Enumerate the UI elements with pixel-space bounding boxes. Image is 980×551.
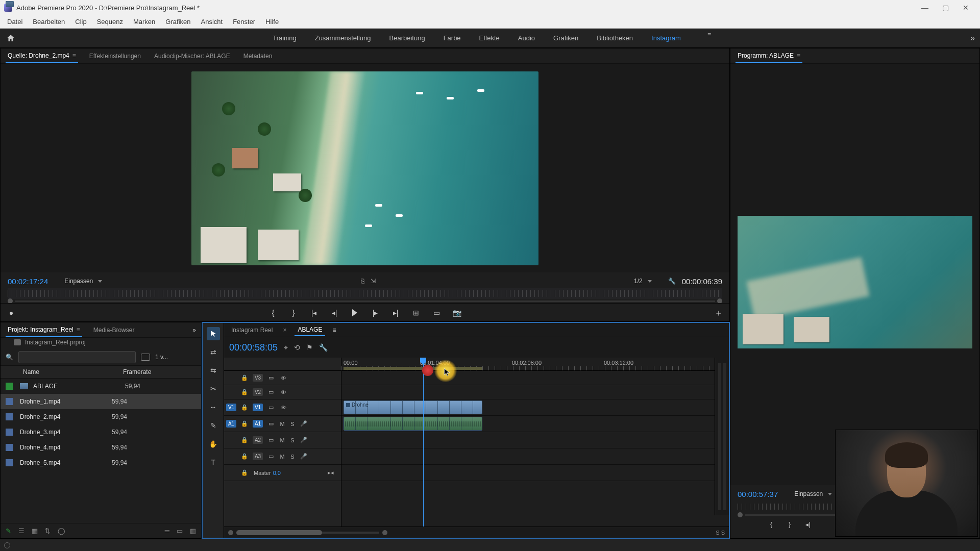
timeline-timecode[interactable]: 00:00:58:05 bbox=[229, 342, 278, 353]
sync-icon[interactable]: ▭ bbox=[265, 448, 277, 464]
source-monitor[interactable] bbox=[1, 64, 729, 272]
track-head-v2[interactable]: 🔒 V2 ▭ 👁 bbox=[224, 385, 341, 399]
tab-source[interactable]: Quelle: Drohne_2.mp4 ≡ bbox=[6, 49, 78, 63]
new-item-icon[interactable]: ▭ bbox=[177, 527, 183, 535]
prog-play-button[interactable] bbox=[821, 519, 831, 530]
track-head-a1[interactable]: A1 🔒 A1 ▭ M S 🎤 bbox=[224, 416, 341, 432]
workspace-bibliotheken[interactable]: Bibliotheken bbox=[595, 31, 635, 45]
source-settings-icon[interactable]: 🔧 bbox=[668, 278, 676, 285]
timeline-tab-menu-icon[interactable]: ≡ bbox=[332, 327, 336, 334]
col-name[interactable]: Name bbox=[1, 368, 123, 375]
insert-overwrite-icon[interactable]: ⎘ bbox=[361, 278, 364, 285]
workspace-zusammenstellung[interactable]: Zusammenstellung bbox=[313, 31, 373, 45]
tab-program[interactable]: Programm: ABLAGE ≡ bbox=[736, 49, 802, 63]
menu-sequenz[interactable]: Sequenz bbox=[92, 16, 128, 28]
minimize-button[interactable]: — bbox=[915, 0, 935, 15]
source-ruler[interactable] bbox=[8, 290, 722, 297]
source-scale-select[interactable]: 1/2 bbox=[634, 278, 652, 285]
col-framerate[interactable]: Framerate bbox=[123, 368, 201, 375]
prog-mark-in-button[interactable]: { bbox=[766, 519, 776, 530]
add-marker-button[interactable]: ● bbox=[6, 307, 17, 318]
project-expand-button[interactable]: » bbox=[192, 327, 196, 334]
project-item[interactable]: Drohne_2.mp4 59,94 bbox=[1, 409, 201, 424]
timeline-tab-reel[interactable]: Instagram Reel bbox=[228, 324, 276, 336]
workspace-menu-icon[interactable]: ≡ bbox=[707, 31, 711, 45]
clear-icon[interactable]: ▥ bbox=[190, 527, 196, 535]
new-bin-icon[interactable] bbox=[141, 354, 150, 361]
program-monitor[interactable] bbox=[730, 64, 979, 485]
lane-v3[interactable] bbox=[341, 371, 729, 385]
lock-icon[interactable]: 🔒 bbox=[238, 399, 251, 415]
lock-icon[interactable]: 🔒 bbox=[238, 416, 251, 432]
selection-tool[interactable] bbox=[207, 327, 220, 340]
playhead[interactable] bbox=[423, 358, 424, 527]
linked-sel-icon[interactable]: ⟲ bbox=[294, 343, 300, 352]
source-a1[interactable]: A1 bbox=[226, 420, 236, 428]
lane-a1[interactable] bbox=[341, 416, 729, 432]
tab-effect-settings[interactable]: Effekteinstellungen bbox=[87, 49, 143, 63]
close-button[interactable]: ✕ bbox=[955, 0, 976, 15]
workspace-farbe[interactable]: Farbe bbox=[442, 31, 463, 45]
clip-audio[interactable] bbox=[344, 417, 482, 431]
project-item[interactable]: Drohne_1.mp4 59,94 bbox=[1, 394, 201, 409]
goto-in-button[interactable]: |◂ bbox=[308, 307, 320, 318]
home-button[interactable] bbox=[5, 33, 16, 44]
solo-button[interactable]: S bbox=[287, 432, 298, 448]
tab-project-menu-icon[interactable]: ≡ bbox=[77, 326, 80, 333]
menu-hilfe[interactable]: Hilfe bbox=[260, 16, 284, 28]
lock-icon[interactable]: 🔒 bbox=[238, 385, 251, 399]
mute-button[interactable]: M bbox=[277, 448, 287, 464]
clip-video[interactable]: Drohne bbox=[344, 400, 482, 414]
master-out-icon[interactable]: ▸◂ bbox=[321, 465, 341, 481]
track-head-v1[interactable]: V1 🔒 V1 ▭ 👁 bbox=[224, 399, 341, 416]
snap-icon[interactable]: ⌖ bbox=[284, 343, 288, 352]
target-v1[interactable]: V1 bbox=[253, 404, 263, 411]
mute-button[interactable]: M bbox=[277, 432, 287, 448]
freeform-view-icon[interactable]: ✎ bbox=[6, 527, 11, 535]
menu-fenster[interactable]: Fenster bbox=[228, 16, 260, 28]
source-timecode-in[interactable]: 00:02:17:24 bbox=[8, 277, 48, 286]
tab-program-menu-icon[interactable]: ≡ bbox=[797, 52, 800, 59]
source-zoom-select[interactable]: Einpassen bbox=[64, 278, 102, 285]
workspace-training[interactable]: Training bbox=[271, 31, 298, 45]
mute-button[interactable]: M bbox=[277, 416, 287, 432]
overflow-button[interactable]: » bbox=[970, 34, 975, 43]
menu-marken[interactable]: Marken bbox=[128, 16, 160, 28]
tab-source-menu-icon[interactable]: ≡ bbox=[72, 52, 76, 59]
marker-icon[interactable]: ⚑ bbox=[306, 343, 313, 352]
timeline-tab-ablage[interactable]: ABLAGE bbox=[295, 324, 325, 336]
workspace-audio[interactable]: Audio bbox=[516, 31, 537, 45]
lane-master[interactable] bbox=[341, 465, 729, 481]
sync-icon[interactable]: ▭ bbox=[265, 399, 277, 415]
voiceover-icon[interactable]: 🎤 bbox=[298, 416, 310, 432]
export-frame-icon[interactable]: ⇲ bbox=[371, 278, 376, 285]
insert-button[interactable]: ⊞ bbox=[410, 307, 422, 318]
track-head-master[interactable]: 🔒 Master 0,0 ▸◂ bbox=[224, 465, 341, 481]
source-timecode-out[interactable]: 00:00:06:39 bbox=[682, 277, 722, 286]
workspace-effekte[interactable]: Effekte bbox=[477, 31, 502, 45]
razor-tool[interactable]: ✂ bbox=[207, 382, 220, 395]
source-scrollbar[interactable] bbox=[8, 299, 722, 303]
target-v3[interactable]: V3 bbox=[253, 374, 263, 382]
tab-project[interactable]: Projekt: Instagram_Reel ≡ bbox=[6, 323, 82, 337]
type-tool[interactable]: T bbox=[207, 456, 220, 469]
menu-bearbeiten[interactable]: Bearbeiten bbox=[28, 16, 70, 28]
tab-metadata[interactable]: Metadaten bbox=[241, 49, 275, 63]
tab-audio-mixer[interactable]: Audioclip-Mischer: ABLAGE bbox=[152, 49, 232, 63]
add-button[interactable]: ＋ bbox=[713, 307, 724, 318]
voiceover-icon[interactable]: 🎤 bbox=[298, 448, 310, 464]
timeline-tab-close[interactable]: × bbox=[283, 327, 286, 334]
slip-tool[interactable]: ↔ bbox=[207, 400, 220, 414]
mark-out-button[interactable]: } bbox=[288, 307, 299, 318]
settings-icon[interactable]: 🔧 bbox=[319, 343, 328, 352]
solo-button[interactable]: S bbox=[287, 448, 298, 464]
track-select-tool[interactable]: ⇄ bbox=[207, 345, 220, 359]
prog-step-back-button[interactable]: ◂| bbox=[803, 519, 813, 530]
program-timecode-in[interactable]: 00:00:57:37 bbox=[738, 490, 778, 498]
auto-seq-icon[interactable]: ◯ bbox=[58, 527, 65, 535]
eye-icon[interactable]: 👁 bbox=[277, 371, 289, 385]
sort-icon[interactable]: ⇅ bbox=[45, 527, 51, 535]
target-v2[interactable]: V2 bbox=[253, 388, 263, 396]
lane-a3[interactable] bbox=[341, 448, 729, 465]
find-icon[interactable]: ═ bbox=[165, 527, 169, 535]
